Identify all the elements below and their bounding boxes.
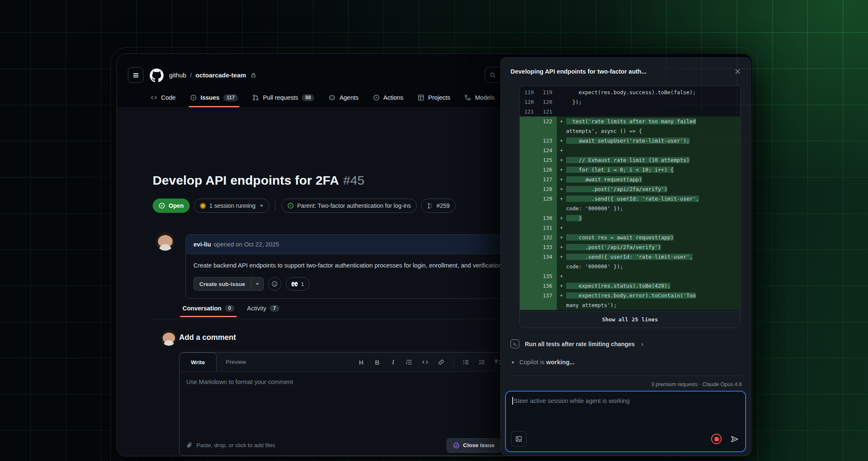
ordered-list-button[interactable] [478, 358, 486, 366]
sub-issue-ref-badge[interactable]: #259 [421, 199, 455, 213]
composer-placeholder: Steer active session while agent is work… [514, 397, 630, 404]
activity-count-badge: 7 [270, 305, 279, 312]
send-button[interactable] [730, 435, 739, 444]
table-icon [418, 94, 424, 101]
session-progress-icon [200, 203, 206, 209]
create-sub-issue-button[interactable]: Create sub-issue [194, 278, 251, 290]
code-icon [151, 94, 157, 101]
composer-input[interactable]: Steer active session while agent is work… [506, 392, 745, 410]
stop-session-button[interactable] [711, 434, 722, 444]
ordered-list-icon [479, 359, 485, 366]
panel-title: Developing API endpoints for two-factor … [511, 68, 646, 75]
show-all-lines-button[interactable]: Show all 25 lines [520, 311, 740, 328]
copilot-status-row: Copilot is working... [512, 359, 741, 366]
bold-button[interactable]: B [373, 358, 381, 366]
diff-row: 129+ .send({ userId: 'rate-limit-user', … [520, 194, 740, 213]
tab-write[interactable]: Write [180, 352, 217, 371]
diff-row: 134+ .send({ userId: 'rate-limit-user', … [520, 252, 740, 271]
editor-tab-strip: Write Preview H B I [180, 352, 507, 372]
image-icon [515, 435, 522, 442]
attach-files-button[interactable]: Paste, drop, or click to add files [186, 442, 275, 448]
add-reaction-button[interactable] [268, 277, 281, 291]
diff-row: 127+ await request(app) [520, 175, 740, 184]
breadcrumb: github / octoarcade-team [169, 72, 256, 79]
git-pull-request-icon [252, 94, 259, 101]
diff-row: 131+ [520, 223, 740, 233]
eyes-icon [291, 281, 298, 287]
issue-comment-card: evi-liu opened on Oct 22, 2025 Create ba… [185, 234, 513, 299]
paperclip-icon [186, 442, 193, 448]
text-cursor [512, 397, 513, 405]
quote-button[interactable] [405, 358, 413, 366]
quote-icon [406, 359, 413, 366]
comment-textarea[interactable]: Use Markdown to format your comment [180, 372, 507, 435]
hamburger-menu-button[interactable] [128, 67, 143, 83]
comment-author[interactable]: evi-liu [193, 241, 211, 248]
link-button[interactable] [437, 358, 445, 366]
terminal-icon [511, 339, 519, 348]
diff-row: 122+ test('rate limits after too many fa… [520, 117, 740, 136]
tab-activity[interactable]: Activity 7 [247, 305, 279, 317]
comment-author-avatar[interactable] [156, 232, 175, 251]
toolbar-divider [453, 358, 454, 366]
nav-item-code[interactable]: Code [143, 88, 183, 107]
lock-icon [251, 72, 256, 78]
create-sub-issue-dropdown[interactable] [251, 278, 263, 290]
nav-item-agents[interactable]: Agents [321, 88, 365, 107]
chevron-down-icon [260, 205, 263, 207]
comment-placeholder: Use Markdown to format your comment [186, 379, 293, 385]
session-meta: 3 premium requests · Claude Opus 4.6 [501, 382, 742, 387]
session-running-badge[interactable]: 1 session running [194, 199, 269, 213]
hamburger-icon [132, 72, 139, 79]
nav-item-pull-requests[interactable]: Pull requests 88 [245, 88, 321, 107]
tab-preview[interactable]: Preview [217, 352, 255, 371]
comment-header: evi-liu opened on Oct 22, 2025 [186, 235, 513, 254]
run-tests-task-row[interactable]: Run all tests after rate limiting change… [511, 339, 741, 348]
diff-row: 130+ } [520, 213, 740, 223]
comment-actions: Create sub-issue 1 [186, 271, 513, 298]
pull-requests-count-badge: 88 [302, 94, 314, 101]
send-icon [730, 435, 739, 444]
steering-composer: Steer active session while agent is work… [505, 391, 746, 452]
breadcrumb-separator: / [190, 72, 192, 79]
nav-item-issues[interactable]: Issues 117 [183, 88, 246, 107]
italic-button[interactable]: I [389, 358, 397, 366]
diff-row: 137+ expect(res.body.error).toContain('T… [520, 291, 740, 310]
github-logo[interactable] [150, 69, 164, 82]
close-issue-button[interactable]: Close issue [447, 438, 501, 453]
nav-item-projects[interactable]: Projects [410, 88, 457, 107]
heading-button[interactable]: H [357, 358, 365, 366]
nav-item-actions[interactable]: Actions [366, 88, 411, 107]
diff-row: 133+ .post('/api/2fa/verify') [520, 242, 740, 252]
issue-open-icon [159, 202, 165, 209]
panel-divider [511, 376, 742, 376]
comment-meta: opened on Oct 22, 2025 [214, 241, 279, 248]
panel-header: Developing API endpoints for two-factor … [501, 58, 751, 81]
search-icon [490, 72, 496, 78]
parent-issue-icon [287, 202, 294, 209]
diff-code-block[interactable]: 119119 expect(res.body.success).toBe(fal… [519, 85, 741, 328]
composer-controls [511, 431, 739, 447]
issues-count-badge: 117 [223, 94, 238, 101]
parent-issue-badge[interactable]: Parent: Two-factor authentication for lo… [281, 199, 417, 213]
panel-close-button[interactable] [734, 68, 741, 75]
breadcrumb-repo[interactable]: octoarcade-team [196, 72, 246, 79]
diff-row: 132+ const res = await request(app) [520, 233, 740, 242]
tab-conversation[interactable]: Conversation 0 [183, 305, 234, 317]
attach-image-button[interactable] [511, 431, 527, 447]
copilot-icon [328, 94, 336, 101]
create-sub-issue-split-button: Create sub-issue [193, 277, 264, 291]
issue-badges: Open 1 session running Parent: Two-facto… [153, 199, 455, 213]
diff-row: 125+ // Exhaust rate limit (10 attempts) [520, 155, 740, 165]
copilot-session-panel: Developing API endpoints for two-factor … [500, 57, 751, 456]
issue-opened-icon [190, 94, 197, 101]
current-user-avatar[interactable] [161, 330, 177, 346]
nav-item-models[interactable]: Models [457, 88, 502, 107]
reaction-count: 1 [301, 281, 304, 287]
diff-row: 121121 [520, 107, 740, 117]
desktop-background: github / octoarcade-team Code Issues 117 [0, 0, 868, 461]
unordered-list-button[interactable] [462, 358, 470, 366]
code-button[interactable] [421, 358, 429, 366]
breadcrumb-org[interactable]: github [169, 72, 186, 79]
eyes-reaction-button[interactable]: 1 [286, 277, 310, 291]
